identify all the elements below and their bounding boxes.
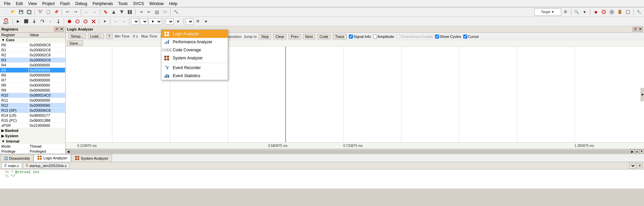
bookmark-prev-button[interactable]: [110, 8, 117, 16]
menu-item-logic-analyzer[interactable]: Logic Analyzer: [161, 30, 228, 38]
la-clear-button[interactable]: Clear: [273, 34, 286, 39]
bookmark-button[interactable]: 🔖: [102, 8, 109, 16]
la-code-button[interactable]: Code: [317, 34, 331, 39]
step-out-button[interactable]: ↑: [47, 18, 54, 25]
combo3[interactable]: ▼: [149, 18, 162, 25]
more-button[interactable]: ⚙: [194, 18, 202, 25]
record-red-button[interactable]: ⏺: [592, 8, 599, 16]
la-trace-button[interactable]: Trace: [333, 34, 347, 39]
tab-disassembly[interactable]: 🔤 Disassembly: [0, 154, 34, 162]
register-row[interactable]: R50x20000020: [0, 68, 65, 73]
stop-button[interactable]: ⬛: [22, 18, 30, 25]
code-tab-dropdown[interactable]: ▼: [629, 163, 636, 169]
step-into-button[interactable]: [31, 18, 38, 25]
la-cursor-checkbox[interactable]: [463, 35, 467, 39]
la-scroll-up[interactable]: ▲: [635, 149, 639, 154]
toggle-bp-button[interactable]: [74, 18, 81, 25]
registers-pin-button[interactable]: 📌: [54, 27, 59, 32]
indent-button[interactable]: ⇥: [137, 8, 145, 16]
step-over-button[interactable]: [39, 18, 46, 25]
menu-file[interactable]: File: [1, 1, 13, 7]
clear-bp-button[interactable]: [90, 18, 97, 25]
register-row[interactable]: R100x080014C0: [0, 93, 65, 98]
stop-circle-button[interactable]: [608, 8, 615, 16]
register-group-banked[interactable]: ▶ Banked: [0, 128, 65, 134]
open-button[interactable]: 📂: [9, 8, 17, 16]
la-scroll-left-button[interactable]: ◀: [66, 149, 70, 154]
breakpoint-button[interactable]: [66, 18, 73, 25]
la-signal-info-check[interactable]: Signal Info: [349, 35, 371, 39]
combo4[interactable]: ▼: [166, 18, 174, 25]
menu-tools[interactable]: Tools: [116, 1, 130, 7]
combo4-btn[interactable]: ▼: [174, 18, 182, 25]
register-row[interactable]: R14 (LR)0x08000177: [0, 113, 65, 118]
menu-window[interactable]: Window: [147, 1, 166, 7]
la-load-button[interactable]: Load...: [88, 34, 104, 39]
register-row[interactable]: xPSR0x21000000: [0, 123, 65, 128]
nav-forward-button[interactable]: →: [91, 8, 98, 16]
register-row[interactable]: R10x200002C8: [0, 48, 65, 53]
menu-item-event-recorder[interactable]: Event Recorder: [161, 64, 228, 72]
toolbar2-back-button[interactable]: ←: [112, 18, 119, 25]
indent2-button[interactable]: [153, 8, 161, 16]
menu-debug[interactable]: Debug: [73, 1, 90, 7]
register-row[interactable]: R70x00000000: [0, 78, 65, 83]
cut-button[interactable]: ✂️: [37, 8, 44, 16]
search-button[interactable]: 🔧: [635, 8, 643, 16]
la-scroll-down[interactable]: ▼: [639, 149, 644, 154]
code-close-button[interactable]: ✕: [637, 163, 643, 168]
new-button[interactable]: 📄: [1, 8, 9, 16]
la-help-button[interactable]: ?: [106, 34, 113, 39]
la-waveform[interactable]: ▶: [66, 47, 644, 142]
extra-button[interactable]: ▼: [202, 18, 210, 25]
save-button[interactable]: 💾: [17, 8, 25, 16]
la-signal-info-checkbox[interactable]: [349, 35, 353, 39]
bookmark-next-button[interactable]: [118, 8, 125, 16]
combo1[interactable]: ▼: [131, 18, 139, 25]
la-scroll-track[interactable]: [70, 150, 630, 153]
menu-item-event-statistics[interactable]: Event Statistics: [161, 72, 228, 80]
la-scroll-right-button[interactable]: ▶: [630, 149, 635, 154]
settings-button[interactable]: ⚙: [562, 8, 569, 16]
register-group-internal[interactable]: ▼ Internal: [0, 139, 65, 144]
run-button[interactable]: ▶: [14, 18, 22, 25]
disable-bp-button[interactable]: [82, 18, 89, 25]
la-amplitude-check[interactable]: Amplitude: [373, 35, 394, 39]
nav-back-button[interactable]: ←: [83, 8, 90, 16]
register-row[interactable]: R00x200000C8: [0, 43, 65, 48]
combo5[interactable]: ▼: [185, 18, 194, 25]
la-show-cycles-checkbox[interactable]: [435, 35, 439, 39]
menu-item-system-analyzer[interactable]: System Analyzer: [161, 54, 228, 62]
la-next-button[interactable]: Next: [303, 34, 315, 39]
la-cursor-check[interactable]: Cursor: [463, 35, 479, 39]
la-setup-button[interactable]: Setup...: [68, 34, 86, 39]
paste-button[interactable]: 📌: [53, 8, 60, 16]
register-row[interactable]: R120x20000060: [0, 103, 65, 108]
la-save-button[interactable]: Save...: [67, 41, 83, 46]
register-row[interactable]: R13 (SP)0x200006C8: [0, 108, 65, 113]
menu-item-code-coverage[interactable]: CODE Code Coverage: [161, 46, 228, 54]
register-group-system[interactable]: ▶ System: [0, 134, 65, 139]
menu-project[interactable]: Project: [40, 1, 57, 7]
bookmark-all-button[interactable]: [126, 8, 133, 16]
zoom-in-button[interactable]: 🔍: [573, 8, 580, 16]
device-config-button[interactable]: [624, 8, 632, 16]
menu-peripherals[interactable]: Peripherals: [90, 1, 116, 7]
tab-logic-analyzer[interactable]: Logic Analyzer: [34, 154, 71, 162]
download-button[interactable]: [616, 8, 624, 16]
la-show-cycles-check[interactable]: Show Cycles: [435, 35, 461, 39]
tab-main-c[interactable]: C main.c: [1, 163, 22, 169]
step-asm-button[interactable]: [55, 18, 62, 25]
register-group-core[interactable]: ▼ Core: [0, 38, 65, 43]
register-row[interactable]: R60x00000000: [0, 73, 65, 78]
redo-button[interactable]: ↪: [72, 8, 79, 16]
undo-button[interactable]: ↩: [64, 8, 71, 16]
la-amplitude-checkbox[interactable]: [373, 35, 377, 39]
combo2[interactable]: ▼: [140, 18, 148, 25]
zoom-dropdown-button[interactable]: ▼: [581, 8, 588, 16]
register-row[interactable]: PrivilegePrivileged: [0, 149, 65, 154]
register-row[interactable]: R110x00000000: [0, 98, 65, 103]
copy-button[interactable]: 📋: [45, 8, 52, 16]
unindent-button[interactable]: ⇤: [145, 8, 153, 16]
register-row[interactable]: R40x00000000: [0, 63, 65, 68]
